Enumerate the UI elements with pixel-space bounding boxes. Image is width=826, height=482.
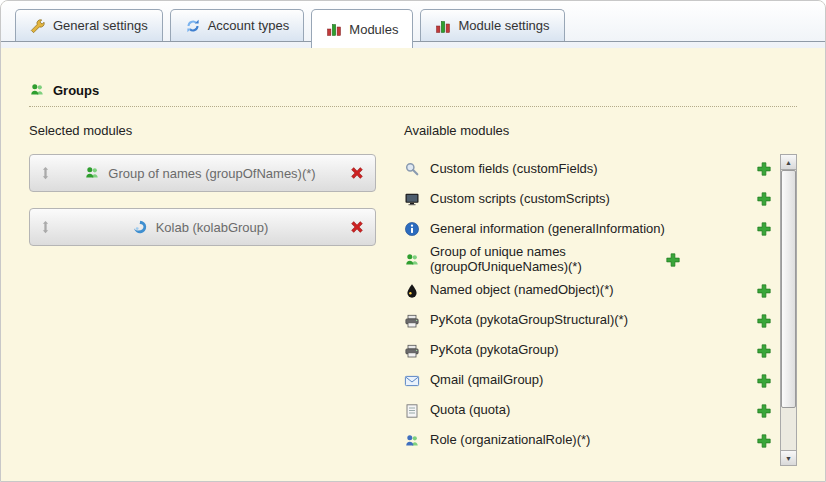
tabs: General settings Account types Modules M… <box>15 9 565 48</box>
tab-label: General settings <box>53 18 148 33</box>
add-module-button[interactable] <box>756 313 772 329</box>
sync-icon <box>185 18 201 34</box>
available-module-row: Named object (namedObject)(*) <box>404 276 780 306</box>
plus-icon <box>665 252 681 268</box>
tab-account-types[interactable]: Account types <box>170 9 305 41</box>
scrollbar: ▲ ▼ <box>780 154 797 466</box>
available-module-row: PyKota (pykotaGroup) <box>404 336 780 366</box>
drag-handle[interactable] <box>40 220 51 234</box>
add-module-button[interactable] <box>756 191 772 207</box>
module-label: General information (generalInformation) <box>430 222 746 237</box>
module-columns: Selected modules Group of names (groupOf… <box>29 123 797 466</box>
selected-module-label: Group of names (groupOfNames)(*) <box>108 166 315 181</box>
module-label: Group of unique names (groupOfUniqueName… <box>430 245 655 275</box>
plus-icon <box>756 191 772 207</box>
down-arrow-icon: ▼ <box>785 455 792 462</box>
available-module-row: Role (organizationalRole)(*) <box>404 426 780 456</box>
scroll-thumb[interactable] <box>781 170 796 408</box>
plus-icon <box>756 313 772 329</box>
printer-icon <box>404 343 420 359</box>
selected-module-body: Kolab (kolabGroup) <box>51 219 349 235</box>
available-module-row: Qmail (qmailGroup) <box>404 366 780 396</box>
available-module-row: Group of unique names (groupOfUniqueName… <box>404 244 780 276</box>
info-icon <box>404 221 420 237</box>
modules-chart-icon <box>326 21 342 37</box>
plus-icon <box>756 221 772 237</box>
screen-icon <box>404 191 420 207</box>
add-module-button[interactable] <box>756 221 772 237</box>
available-modules-panel: Custom fields (customFields) Custom scri… <box>404 154 797 466</box>
add-module-button[interactable] <box>756 283 772 299</box>
drag-handle[interactable] <box>40 166 51 180</box>
drop-icon <box>404 283 420 299</box>
mail-icon <box>404 373 420 389</box>
remove-module-button[interactable] <box>349 165 365 181</box>
printer-icon <box>404 313 420 329</box>
module-label: PyKota (pykotaGroup) <box>430 343 746 358</box>
tab-module-settings[interactable]: Module settings <box>420 9 564 41</box>
selected-modules-column: Selected modules Group of names (groupOf… <box>29 123 404 466</box>
tab-bar: General settings Account types Modules M… <box>1 1 825 48</box>
modules-content: Groups Selected modules Group of names (… <box>1 48 825 482</box>
remove-module-button[interactable] <box>349 219 365 235</box>
add-module-button[interactable] <box>756 161 772 177</box>
drag-handle-icon <box>40 166 51 180</box>
plus-icon <box>756 283 772 299</box>
available-modules-heading: Available modules <box>404 123 797 138</box>
plus-icon <box>756 403 772 419</box>
module-label: PyKota (pykotaGroupStructural)(*) <box>430 313 746 328</box>
module-label: Named object (namedObject)(*) <box>430 283 746 298</box>
available-module-row: PyKota (pykotaGroupStructural)(*) <box>404 306 780 336</box>
available-module-row: Custom fields (customFields) <box>404 154 780 184</box>
add-module-button[interactable] <box>756 343 772 359</box>
section-header-groups: Groups <box>29 82 797 107</box>
module-label: Custom scripts (customScripts) <box>430 192 746 207</box>
tab-label: Account types <box>208 18 290 33</box>
scroll-down-button[interactable]: ▼ <box>781 450 796 465</box>
add-module-button[interactable] <box>756 373 772 389</box>
role-icon <box>404 433 420 449</box>
plus-icon <box>756 373 772 389</box>
drag-handle-icon <box>40 220 51 234</box>
plus-icon <box>756 433 772 449</box>
lam-config-window: General settings Account types Modules M… <box>0 0 826 482</box>
available-module-row: Custom scripts (customScripts) <box>404 184 780 214</box>
plus-icon <box>756 343 772 359</box>
scroll-up-button[interactable]: ▲ <box>781 155 796 170</box>
selected-module-kolab[interactable]: Kolab (kolabGroup) <box>29 208 376 246</box>
wrench-icon <box>30 18 46 34</box>
up-arrow-icon: ▲ <box>785 159 792 166</box>
module-label: Qmail (qmailGroup) <box>430 373 746 388</box>
delete-x-icon <box>349 165 365 181</box>
section-title: Groups <box>53 83 99 98</box>
available-modules-column: Available modules Custom fields (customF… <box>404 123 797 466</box>
add-module-button[interactable] <box>756 403 772 419</box>
module-label: Role (organizationalRole)(*) <box>430 433 746 448</box>
available-module-row: General information (generalInformation) <box>404 214 780 244</box>
add-module-button[interactable] <box>665 252 681 268</box>
add-module-button[interactable] <box>756 433 772 449</box>
kolab-icon <box>132 219 148 235</box>
group-icon <box>29 82 45 98</box>
modules-chart-icon <box>435 18 451 34</box>
tab-label: Module settings <box>458 18 549 33</box>
module-label: Quota (quota) <box>430 403 746 418</box>
selected-modules-heading: Selected modules <box>29 123 404 138</box>
module-label: Custom fields (customFields) <box>430 162 746 177</box>
available-module-row: Quota (quota) <box>404 396 780 426</box>
magnifier-icon <box>404 161 420 177</box>
selected-module-label: Kolab (kolabGroup) <box>156 220 269 235</box>
delete-x-icon <box>349 219 365 235</box>
tab-label: Modules <box>349 22 398 37</box>
selected-module-body: Group of names (groupOfNames)(*) <box>51 165 349 181</box>
scroll-track[interactable] <box>781 170 796 450</box>
selected-module-groupofnames[interactable]: Group of names (groupOfNames)(*) <box>29 154 376 192</box>
document-icon <box>404 403 420 419</box>
plus-icon <box>756 161 772 177</box>
tab-general-settings[interactable]: General settings <box>15 9 163 41</box>
group-icon <box>404 252 420 268</box>
group-icon <box>84 165 100 181</box>
tab-modules[interactable]: Modules <box>311 9 413 48</box>
available-modules-list: Custom fields (customFields) Custom scri… <box>404 154 780 456</box>
